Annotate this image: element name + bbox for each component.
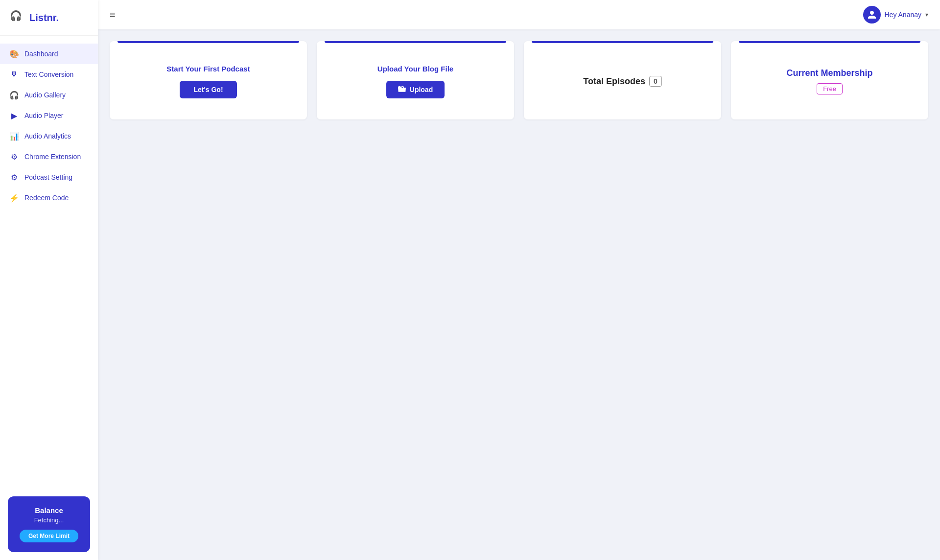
sidebar-item-audio-analytics[interactable]: 📊 Audio Analytics xyxy=(0,126,98,146)
dashboard-icon: 🎨 xyxy=(10,49,19,58)
sidebar-item-label: Dashboard xyxy=(24,50,58,58)
total-episodes-card: Total Episodes 0 xyxy=(524,41,721,119)
avatar xyxy=(863,6,881,23)
sidebar-item-label: Podcast Setting xyxy=(24,173,72,181)
sidebar-item-audio-player[interactable]: ▶ Audio Player xyxy=(0,105,98,126)
microphone-icon: 🎙 xyxy=(10,70,19,79)
analytics-icon: 📊 xyxy=(10,132,19,140)
user-greeting: Hey Ananay xyxy=(885,11,922,19)
sidebar-item-chrome-extension[interactable]: ⚙ Chrome Extension xyxy=(0,146,98,167)
episode-count-badge: 0 xyxy=(649,76,662,87)
sidebar-item-label: Redeem Code xyxy=(24,194,69,202)
play-icon: ▶ xyxy=(10,111,19,120)
content-area: Start Your First Podcast Let's Go! Uploa… xyxy=(98,29,940,560)
upload-blog-card: Upload Your Blog File Upload xyxy=(317,41,514,119)
sidebar-item-label: Audio Player xyxy=(24,112,63,119)
main-content: ≡ Hey Ananay ▾ Start Your First Podcast … xyxy=(98,0,940,560)
sidebar-item-label: Audio Gallery xyxy=(24,91,66,99)
sidebar-item-audio-gallery[interactable]: 🎧 Audio Gallery xyxy=(0,85,98,105)
balance-widget: Balance Fetching... Get More Limit xyxy=(8,496,90,552)
sidebar-item-label: Audio Analytics xyxy=(24,132,71,140)
podcast-card-title: Start Your First Podcast xyxy=(166,65,250,73)
lets-go-button[interactable]: Let's Go! xyxy=(180,81,236,98)
sidebar-item-label: Chrome Extension xyxy=(24,153,81,161)
logo-text: Listnr. xyxy=(29,12,59,23)
user-menu[interactable]: Hey Ananay ▾ xyxy=(863,6,929,23)
sidebar: 🎧 Listnr. 🎨 Dashboard 🎙 Text Conversion … xyxy=(0,0,98,560)
logo-icon: 🎧 xyxy=(10,10,25,25)
dashboard-cards: Start Your First Podcast Let's Go! Uploa… xyxy=(110,41,928,119)
logo[interactable]: 🎧 Listnr. xyxy=(0,0,98,36)
settings-icon: ⚙ xyxy=(10,173,19,182)
chrome-icon: ⚙ xyxy=(10,152,19,161)
membership-title: Current Membership xyxy=(786,68,872,78)
balance-status: Fetching... xyxy=(16,516,82,524)
sidebar-item-dashboard[interactable]: 🎨 Dashboard xyxy=(0,44,98,64)
topbar: ≡ Hey Ananay ▾ xyxy=(98,0,940,29)
episodes-title: Total Episodes 0 xyxy=(583,76,661,87)
membership-card: Current Membership Free xyxy=(731,41,928,119)
hamburger-icon[interactable]: ≡ xyxy=(110,9,116,21)
lightning-icon: ⚡ xyxy=(10,193,19,202)
get-more-limit-button[interactable]: Get More Limit xyxy=(20,530,78,542)
start-podcast-card: Start Your First Podcast Let's Go! xyxy=(110,41,307,119)
sidebar-item-podcast-setting[interactable]: ⚙ Podcast Setting xyxy=(0,167,98,187)
upload-button[interactable]: Upload xyxy=(386,81,445,98)
sidebar-nav: 🎨 Dashboard 🎙 Text Conversion 🎧 Audio Ga… xyxy=(0,36,98,489)
sidebar-item-text-conversion[interactable]: 🎙 Text Conversion xyxy=(0,64,98,85)
membership-badge: Free xyxy=(817,83,843,94)
upload-icon xyxy=(398,86,406,93)
sidebar-item-label: Text Conversion xyxy=(24,70,73,78)
balance-title: Balance xyxy=(16,506,82,514)
upload-card-title: Upload Your Blog File xyxy=(377,65,453,73)
sidebar-item-redeem-code[interactable]: ⚡ Redeem Code xyxy=(0,187,98,208)
chevron-down-icon: ▾ xyxy=(925,11,928,18)
headphones-icon: 🎧 xyxy=(10,91,19,99)
